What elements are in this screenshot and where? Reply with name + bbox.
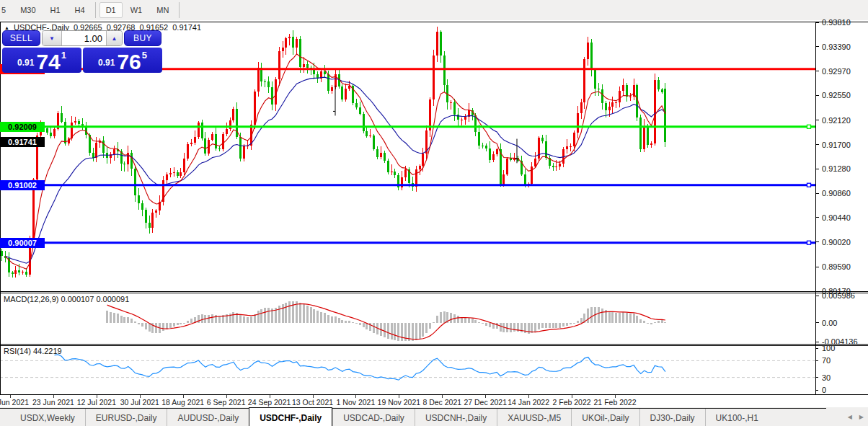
time-tick-label: 30 Jul 2021 xyxy=(120,398,159,407)
time-tick-label: 18 Aug 2021 xyxy=(161,398,204,407)
time-tick-label: 2 Feb 2022 xyxy=(553,398,591,407)
tab-eurusd-daily[interactable]: EURUSD-,Daily xyxy=(85,409,167,426)
line-anchor[interactable] xyxy=(807,125,811,128)
time-tick-label: 19 Nov 2021 xyxy=(378,398,421,407)
buy-price-box[interactable]: 0.91 76 5 xyxy=(83,48,162,73)
tab-scroll-left-icon[interactable]: ◀ xyxy=(848,414,852,420)
volume-decrease-icon[interactable]: ▼ xyxy=(43,31,62,45)
ohlc-close: 0.91741 xyxy=(172,23,201,32)
one-click-trading-panel: SELL ▼ ▲ BUY 0.91 74 1 0.91 76 5 xyxy=(2,30,162,73)
volume-stepper: ▼ ▲ xyxy=(42,30,123,46)
tab-usdcnh-daily[interactable]: USDCNH-,Daily xyxy=(415,409,497,426)
time-tick-label: 24 Sep 2021 xyxy=(248,398,291,407)
sell-price-sup: 1 xyxy=(61,50,66,61)
tabs-row: USDX,WeeklyEURUSD-,DailyAUDUSD-,DailyUSD… xyxy=(10,407,769,426)
sell-price-big: 74 xyxy=(36,52,60,72)
tab-uk100-h1[interactable]: UK100-,H1 xyxy=(705,409,769,426)
chart-window: ▲ USDCHF-,Daily 0.92665 0.92768 0.91652 … xyxy=(0,22,868,395)
timeframe-button-h1[interactable]: H1 xyxy=(44,2,67,18)
time-axis[interactable]: 4 Jun 202123 Jun 202112 Jul 202130 Jul 2… xyxy=(0,395,868,407)
time-tick-label: 14 Jan 2022 xyxy=(508,398,549,407)
tab-usdx-weekly[interactable]: USDX,Weekly xyxy=(10,409,85,426)
timeframe-button-m30[interactable]: M30 xyxy=(14,2,42,18)
buy-price-sup: 5 xyxy=(142,50,147,61)
sell-button[interactable]: SELL xyxy=(2,30,40,46)
volume-input[interactable] xyxy=(62,31,106,45)
tab-scroll-right-icon[interactable]: ▶ xyxy=(859,414,864,420)
sell-price-box[interactable]: 0.91 74 1 xyxy=(2,48,81,73)
volume-increase-icon[interactable]: ▲ xyxy=(106,31,122,45)
tab-usdchf-daily[interactable]: USDCHF-,Daily xyxy=(249,407,332,426)
time-tick-label: 1 Nov 2021 xyxy=(337,398,376,407)
time-tick-label: 6 Sep 2021 xyxy=(207,398,246,407)
timeframe-button-d1[interactable]: D1 xyxy=(99,2,123,18)
time-tick-label: 27 Dec 2021 xyxy=(464,398,507,407)
tab-dj30-daily[interactable]: DJ30-,Daily xyxy=(639,409,705,426)
line-anchor[interactable] xyxy=(3,241,6,244)
time-tick-label: 8 Dec 2021 xyxy=(422,398,461,407)
tab-xauusd-m5[interactable]: XAUUSD-,M5 xyxy=(497,409,571,426)
symbol-tab-bar: USDX,WeeklyEURUSD-,DailyAUDUSD-,DailyUSD… xyxy=(0,407,868,426)
time-tick-label: 13 Oct 2021 xyxy=(292,398,333,407)
tab-usdcad-daily[interactable]: USDCAD-,Daily xyxy=(332,409,415,426)
line-anchor[interactable] xyxy=(807,183,811,187)
sell-price-base: 0.91 xyxy=(17,58,34,68)
rsi-line xyxy=(55,355,665,380)
time-tick-label: 12 Jul 2021 xyxy=(77,398,116,407)
timeframe-button-5[interactable]: 5 xyxy=(0,2,12,18)
timeframe-button-h4[interactable]: H4 xyxy=(68,2,92,18)
macd-histogram xyxy=(106,301,666,342)
buy-price-big: 76 xyxy=(117,52,141,72)
time-tick-label: 21 Feb 2022 xyxy=(594,398,637,407)
tab-scroll-arrows: ◀ ▶ xyxy=(848,414,864,420)
toolbar-divider xyxy=(179,2,180,18)
toolbar-divider xyxy=(95,2,96,18)
line-anchor[interactable] xyxy=(3,125,6,128)
timeframe-button-w1[interactable]: W1 xyxy=(124,2,149,18)
chart-canvas[interactable] xyxy=(0,22,868,395)
buy-button[interactable]: BUY xyxy=(124,30,161,46)
timeframe-button-mn[interactable]: MN xyxy=(150,2,175,18)
line-anchor[interactable] xyxy=(807,241,811,244)
time-tick-label: 23 Jun 2021 xyxy=(32,398,74,407)
timeframe-toolbar: 5M30H1H4D1W1MN xyxy=(0,0,868,20)
trading-platform-window: 5M30H1H4D1W1MN ▲ USDCHF-,Daily 0.92665 0… xyxy=(0,0,868,426)
time-tick-label: 4 Jun 2021 xyxy=(0,398,29,407)
collapse-panel-icon[interactable]: ▲ xyxy=(4,25,9,30)
buy-price-base: 0.91 xyxy=(98,58,115,68)
tab-ukoil-daily[interactable]: UKOil-,Daily xyxy=(571,409,639,426)
tab-audusd-daily[interactable]: AUDUSD-,Daily xyxy=(167,409,249,426)
